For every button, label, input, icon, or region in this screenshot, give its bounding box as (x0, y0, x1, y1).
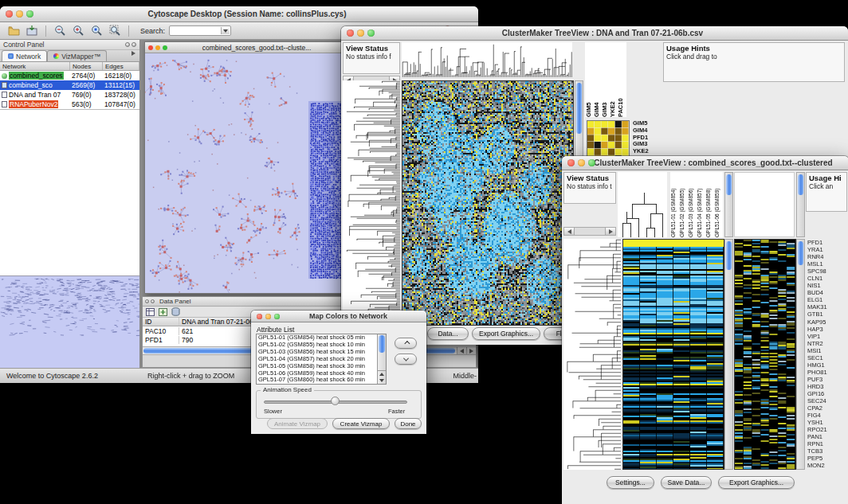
gene-label[interactable]: BUD4 (806, 289, 848, 296)
create-vizmap-button[interactable]: Create Vizmap (332, 418, 390, 429)
column-label[interactable]: GPL51-05 (GSM858) (705, 172, 714, 237)
gene-label[interactable]: NIS1 (806, 282, 848, 289)
column-label[interactable]: GPL51-06 (GSM859) (714, 172, 723, 237)
column-label[interactable]: GIM3 (601, 42, 609, 117)
zoom-window-icon[interactable] (274, 314, 280, 319)
gene-label[interactable]: GTB1 (806, 311, 848, 318)
move-up-button[interactable] (395, 338, 417, 349)
gene-label[interactable]: CPA2 (806, 404, 848, 412)
scroll-up-icon[interactable] (379, 373, 384, 376)
network-view-titlebar[interactable]: combined_scores_good.txt--cluste... (145, 42, 354, 53)
gene-label[interactable]: MAK31 (806, 303, 848, 311)
settings-button[interactable]: Settings... (607, 476, 654, 489)
scroll-left-icon[interactable] (564, 228, 575, 235)
zoom-window-icon[interactable] (588, 159, 595, 166)
row-dendrogram-canvas[interactable] (343, 80, 400, 326)
close-icon[interactable] (567, 159, 575, 166)
tab-vizmapper[interactable]: VizMapper™ (47, 50, 107, 61)
gene-label[interactable]: HMG1 (806, 361, 848, 369)
heatmap-vscrollbar[interactable] (724, 239, 733, 470)
zoom-window-icon[interactable] (26, 10, 33, 18)
col-nodes[interactable]: Nodes (70, 62, 103, 70)
row-dendrogram-canvas[interactable] (563, 239, 621, 470)
close-icon[interactable] (347, 29, 354, 37)
dendrogram-hscrollbar[interactable] (563, 227, 616, 236)
column-label[interactable]: GPL51-02 (GSM855) (679, 172, 688, 237)
scroll-down-icon[interactable] (379, 379, 384, 382)
tab-overflow-icon[interactable] (132, 45, 139, 61)
vscroll-thumb[interactable] (726, 174, 732, 195)
gene-label[interactable]: RPN1 (806, 440, 848, 447)
scroll-right-icon[interactable] (605, 228, 615, 235)
save-data-button[interactable]: Data... (427, 327, 469, 340)
labels-vscrollbar[interactable] (796, 172, 805, 237)
gene-label[interactable]: ELG1 (806, 296, 848, 303)
heatmap-canvas[interactable] (402, 80, 574, 326)
network-row-combined-scores[interactable]: combined_scores 2764(0) 16218(0) (0, 71, 139, 80)
column-label[interactable]: YKE2 (609, 42, 617, 117)
scroll-left-icon[interactable] (457, 347, 466, 354)
gene-label[interactable]: MSL1 (806, 260, 848, 268)
column-label[interactable]: GIM4 (593, 42, 601, 117)
vscroll-thumb[interactable] (798, 174, 803, 195)
attribute-list-vscrollbar[interactable] (377, 334, 386, 384)
column-dendrogram-canvas[interactable] (618, 172, 667, 237)
matrix-ops-icon[interactable] (171, 305, 180, 319)
tab-network[interactable]: Network (2, 50, 47, 61)
gene-label[interactable]: RNR4 (806, 253, 848, 260)
minimize-icon[interactable] (16, 10, 23, 18)
vscroll-thumb[interactable] (379, 335, 385, 353)
gene-label[interactable]: HAP3 (806, 326, 848, 333)
open-session-icon[interactable] (6, 24, 21, 38)
export-graphics-button[interactable]: Export Graphics... (472, 327, 540, 340)
move-down-button[interactable] (395, 354, 417, 365)
gene-label[interactable]: PUF3 (806, 376, 848, 383)
panel-float-icon[interactable] (145, 299, 149, 303)
col-network[interactable]: Network (0, 62, 70, 70)
import-network-icon[interactable] (25, 24, 39, 38)
gene-label[interactable]: YSH1 (806, 419, 848, 426)
gene-label[interactable]: PFD1 (806, 239, 848, 246)
network-row-rnapubernov2[interactable]: RNAPuberNov2 563(0) 107847(0) (0, 100, 139, 109)
heatmap-canvas[interactable] (622, 239, 724, 470)
scroll-right-icon[interactable] (466, 347, 476, 354)
select-attributes-icon[interactable] (146, 305, 155, 319)
col-edges[interactable]: Edges (103, 62, 139, 70)
vscroll-thumb[interactable] (798, 241, 803, 265)
gene-label[interactable]: CLN1 (806, 275, 848, 282)
gene-label[interactable]: RPO21 (806, 426, 848, 433)
gene-label[interactable]: SEC1 (806, 354, 848, 361)
network-row-dna-tran[interactable]: DNA and Tran 07 769(0) 183728(0) (0, 90, 139, 100)
gene-label[interactable]: TCB3 (806, 447, 848, 455)
column-dendrogram-canvas[interactable] (402, 42, 572, 77)
secondary-heatmap-canvas[interactable] (734, 239, 796, 470)
minimize-icon[interactable] (578, 159, 585, 166)
gene-label[interactable]: YRA1 (806, 246, 848, 253)
attribute-list-item[interactable]: GPL51-07 (GSM860) heat shock 60 min (257, 377, 377, 384)
column-label[interactable]: GPL51-04 (GSM857) (697, 172, 705, 237)
zoom-window-icon[interactable] (163, 45, 167, 50)
labels-vscrollbar[interactable] (724, 172, 733, 237)
close-icon[interactable] (148, 45, 153, 50)
minimize-icon[interactable] (155, 45, 160, 50)
gene-label[interactable]: SPC98 (806, 268, 848, 275)
gene-label[interactable]: PHO81 (806, 369, 848, 376)
gene-label[interactable]: PAN1 (806, 433, 848, 440)
close-icon[interactable] (257, 314, 262, 319)
gene-label[interactable]: HRD3 (806, 383, 848, 390)
animate-vizmap-button[interactable]: Animate Vizmap (267, 418, 328, 429)
panel-float-icon[interactable] (125, 42, 130, 47)
save-data-button[interactable]: Save Data... (661, 476, 712, 489)
zoom-window-icon[interactable] (367, 29, 375, 37)
gene-label[interactable]: GPI16 (806, 390, 848, 397)
treeview-dna-titlebar[interactable]: ClusterMaker TreeView : DNA and Tran 07-… (341, 26, 848, 41)
zoom-selected-icon[interactable] (89, 24, 104, 38)
gene-label[interactable]: PEP5 (806, 455, 848, 462)
zoom-in-icon[interactable] (71, 24, 85, 38)
col-id[interactable]: ID (143, 318, 179, 326)
gene-label[interactable]: NTR2 (806, 340, 848, 347)
search-input[interactable] (169, 25, 231, 36)
zoom-fit-icon[interactable] (108, 24, 122, 38)
close-icon[interactable] (6, 10, 13, 18)
search-dropdown-icon[interactable] (221, 27, 230, 34)
